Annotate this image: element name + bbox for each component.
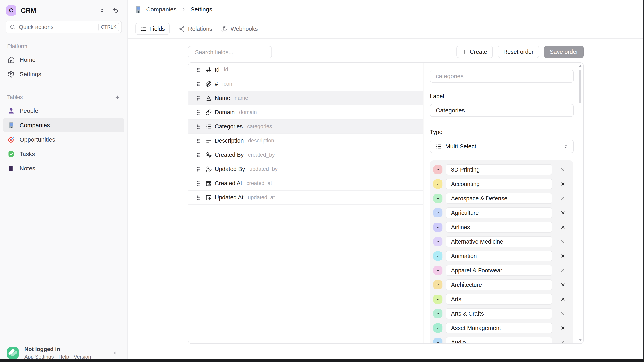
field-db-name-input[interactable] [430, 70, 574, 83]
option-color-button[interactable] [433, 165, 442, 174]
sidebar-item-list: PeopleCompaniesOpportunitiesTasksNotes [0, 104, 128, 175]
option-color-button[interactable] [433, 237, 442, 246]
field-label: Id [215, 66, 220, 73]
option-color-button[interactable] [433, 338, 442, 343]
option-color-button[interactable] [433, 208, 442, 217]
option-name-input[interactable] [446, 222, 552, 233]
save-order-button[interactable]: Save order [544, 46, 584, 58]
sidebar-item-notes[interactable]: Notes [3, 161, 124, 175]
scrollbar-thumb[interactable] [579, 70, 581, 103]
option-color-button[interactable] [433, 251, 442, 261]
x-icon [560, 167, 566, 172]
create-button[interactable]: Create [456, 46, 493, 58]
option-color-button[interactable] [433, 323, 442, 333]
remove-option-button[interactable] [560, 238, 566, 245]
multi-select-icon [436, 143, 442, 150]
breadcrumb-settings: Settings [190, 6, 212, 13]
option-name-input[interactable] [446, 337, 552, 343]
remove-option-button[interactable] [560, 195, 566, 202]
sidebar-item-settings[interactable]: Settings [3, 67, 124, 81]
chevron-down-icon [436, 340, 440, 343]
listDots-icon [140, 26, 146, 32]
tab-relations[interactable]: Relations [179, 26, 212, 32]
option-color-button[interactable] [433, 280, 442, 289]
option-name-input[interactable] [446, 236, 552, 247]
reset-order-button[interactable]: Reset order [498, 46, 539, 58]
option-color-button[interactable] [433, 179, 442, 189]
option-name-input[interactable] [446, 207, 552, 218]
sidebar-item-home[interactable]: Home [3, 53, 124, 67]
section-title: Tables [7, 94, 23, 100]
field-label: Categories [215, 123, 243, 130]
field-row[interactable]: Idid [188, 63, 423, 77]
option-name-input[interactable] [446, 308, 552, 319]
field-row[interactable]: Created Atcreated_at [188, 176, 423, 191]
field-row[interactable]: Domaindomain [188, 105, 423, 120]
option-row [433, 278, 573, 292]
scroll-down-arrow[interactable] [579, 339, 582, 341]
x-icon [560, 282, 566, 287]
workspace-avatar[interactable]: C [6, 5, 16, 16]
remove-option-button[interactable] [560, 310, 566, 317]
field-row[interactable]: Categoriescategories [188, 120, 423, 134]
option-name-input[interactable] [446, 164, 552, 175]
option-name-input[interactable] [446, 279, 552, 290]
x-icon [560, 311, 566, 316]
option-name-input[interactable] [446, 265, 552, 276]
remove-option-button[interactable] [560, 267, 566, 274]
sidebar-item-tasks[interactable]: Tasks [3, 147, 124, 161]
remove-option-button[interactable] [560, 281, 566, 288]
panel-scrollbar[interactable] [578, 64, 582, 342]
tab-webhooks[interactable]: Webhooks [221, 26, 258, 32]
field-row[interactable]: Namename [188, 91, 423, 105]
footer-expand-icon[interactable] [112, 350, 118, 356]
sidebar-item-people[interactable]: People [3, 104, 124, 118]
remove-option-button[interactable] [560, 224, 566, 231]
option-row [433, 191, 573, 206]
quick-actions-search[interactable]: Quick actions CTRLK [6, 21, 122, 33]
field-row[interactable]: Descriptiondescription [188, 134, 423, 148]
option-color-button[interactable] [433, 223, 442, 232]
tab-fields[interactable]: Fields [136, 23, 170, 35]
option-name-input[interactable] [446, 323, 552, 333]
option-row [433, 206, 573, 220]
expand-workspace-icon[interactable] [99, 7, 105, 14]
chevron-down-icon [436, 196, 440, 201]
scroll-up-arrow[interactable] [579, 65, 582, 67]
breadcrumb-companies[interactable]: Companies [146, 6, 176, 13]
option-color-button[interactable] [433, 295, 442, 304]
option-color-button[interactable] [433, 309, 442, 318]
remove-option-button[interactable] [560, 209, 566, 216]
drag-handle-icon [196, 109, 200, 116]
option-name-input[interactable] [446, 193, 552, 204]
calClock-icon [206, 195, 212, 201]
chevron-right-icon [181, 7, 186, 12]
field-row[interactable]: Updated Byupdated_by [188, 162, 423, 176]
option-color-button[interactable] [433, 266, 442, 275]
remove-option-button[interactable] [560, 180, 566, 188]
option-color-button[interactable] [433, 194, 442, 203]
option-name-input[interactable] [446, 178, 552, 190]
field-label-input[interactable] [430, 104, 574, 117]
remove-option-button[interactable] [560, 325, 566, 331]
search-fields-input[interactable] [195, 49, 270, 56]
label-heading: Label [430, 93, 583, 100]
type-select[interactable]: Multi Select [430, 140, 574, 153]
user-footer[interactable]: Not logged in App Settings · Help · Vers… [6, 346, 123, 360]
undo-icon[interactable] [112, 7, 119, 14]
field-row[interactable]: Updated Atupdated_at [188, 191, 423, 205]
x-icon [560, 196, 566, 201]
tab-label: Webhooks [230, 26, 258, 32]
field-key: created_at [246, 180, 272, 187]
option-name-input[interactable] [446, 251, 552, 261]
sidebar-item-companies[interactable]: Companies [3, 118, 124, 132]
field-row[interactable]: #icon [188, 77, 423, 91]
section-title: Platform [7, 43, 27, 49]
option-name-input[interactable] [446, 294, 552, 305]
remove-option-button[interactable] [560, 296, 566, 303]
field-row[interactable]: Created Bycreated_by [188, 148, 423, 162]
remove-option-button[interactable] [560, 253, 566, 259]
remove-option-button[interactable] [560, 166, 566, 173]
sidebar-item-opportunities[interactable]: Opportunities [3, 132, 124, 147]
remove-option-button[interactable] [560, 339, 566, 343]
